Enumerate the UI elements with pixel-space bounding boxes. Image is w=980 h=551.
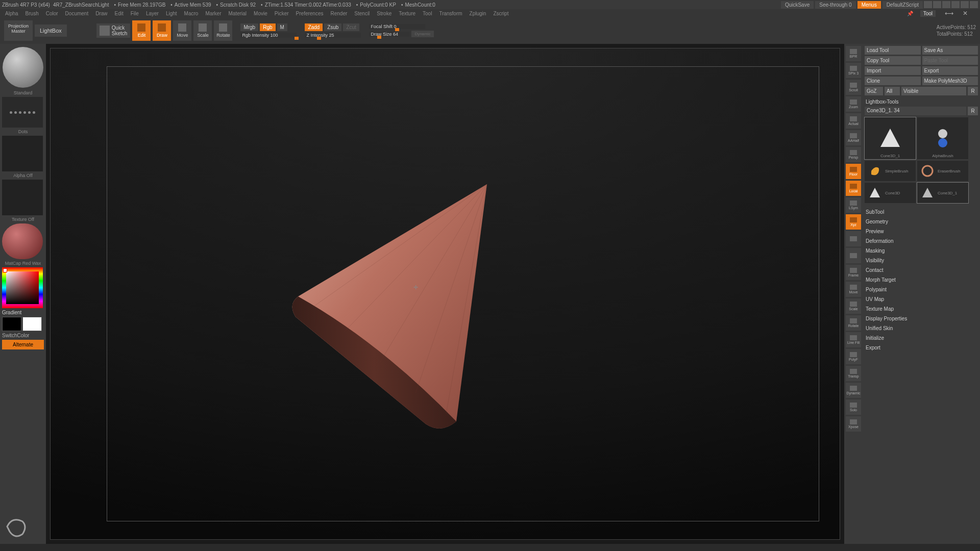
rt-local[interactable]: Local [846,181,861,196]
stroke-preview[interactable] [2,97,43,128]
menu-color[interactable]: Color [46,11,58,16]
viewport[interactable]: ✛ [50,48,840,540]
lightbox-tools-link[interactable]: Lightbox›Tools [865,97,978,107]
menu-picker[interactable]: Picker [275,11,289,16]
texture-preview[interactable] [2,180,43,215]
lightbox-button[interactable]: LightBox [35,24,67,37]
tool-cone3d-1[interactable]: Cone3D_1 [865,117,916,159]
m-chip[interactable]: M [277,23,287,31]
focal-shift-slider[interactable]: Focal Shift 0 [369,24,425,29]
tool-eraserbrush[interactable]: EraserBrush [917,161,968,181]
menu-file[interactable]: File [131,11,139,16]
rt-xyz[interactable]: Xyz [846,214,861,230]
section-subtool[interactable]: SubTool [865,207,978,217]
rt-aahalf[interactable]: AAHalf [846,130,861,145]
zcut-chip[interactable]: Zcut [343,23,359,31]
rt-dynamic[interactable]: Dynamic [846,383,861,398]
menu-zplugin[interactable]: Zplugin [470,11,486,16]
tool-r-button[interactable]: R [968,107,978,115]
rgb-intensity-slider[interactable]: Rgb Intensity 100 [240,33,297,38]
menu-brush[interactable]: Brush [26,11,39,16]
menu-document[interactable]: Document [65,11,89,16]
goz-all-button[interactable]: All [885,87,900,95]
rt-scroll[interactable]: Scroll [846,80,861,95]
rotate-mode[interactable]: Rotate [214,20,232,41]
menu-draw[interactable]: Draw [95,11,107,16]
rt-frame[interactable]: Frame [846,265,861,280]
zsub-chip[interactable]: Zsub [324,23,341,31]
alpha-preview[interactable] [2,136,43,171]
draw-size-slider[interactable]: Draw Size 64 [369,32,410,37]
menu-preferences[interactable]: Preferences [296,11,324,16]
move-mode[interactable]: Move [173,20,191,41]
menu-movie[interactable]: Movie [254,11,267,16]
import-button[interactable]: Import [865,66,921,75]
projection-master-button[interactable]: Projection Master [4,20,33,41]
section-preview[interactable]: Preview [865,227,978,236]
copy-tool-button[interactable]: Copy Tool [865,56,921,65]
goz-button[interactable]: GoZ [865,87,883,95]
menu-render[interactable]: Render [331,11,348,16]
title-icon-3[interactable] [942,1,950,8]
dynamic-chip[interactable]: Dynamic [411,31,433,37]
tool-alphabrush[interactable]: AlphaBrush [917,117,968,159]
section-visibility[interactable]: Visibility [865,256,978,265]
rt-actual[interactable]: Actual [846,113,861,129]
menus-button[interactable]: Menus [857,1,881,9]
section-deformation[interactable]: Deformation [865,236,978,246]
load-tool-button[interactable]: Load Tool [865,46,921,55]
color-picker[interactable] [2,267,43,308]
rt-zoom[interactable]: Zoom [846,96,861,112]
default-script[interactable]: DefaultZScript [883,1,923,9]
switchcolor-button[interactable]: SwitchColor [2,333,44,338]
quicksave-button[interactable]: QuickSave [781,1,814,9]
tool-cone3d[interactable]: Cone3D [865,183,916,203]
rt-blank[interactable] [846,231,861,246]
rt-polyf[interactable]: PolyF [846,349,861,364]
menu-macro[interactable]: Macro [184,11,199,16]
swatch-primary[interactable] [22,317,42,331]
menu-stencil[interactable]: Stencil [354,11,370,16]
paste-tool-button[interactable]: Paste Tool [922,56,978,65]
goz-r-button[interactable]: R [968,87,978,95]
z-intensity-slider[interactable]: Z Intensity 25 [305,33,361,38]
section-unified-skin[interactable]: Unified Skin [865,323,978,333]
rt-move[interactable]: Move [846,282,861,297]
section-polypaint[interactable]: Polypaint [865,285,978,294]
rt-bpr[interactable]: BPR [846,46,861,61]
minimize-icon[interactable] [951,1,960,8]
section-export[interactable]: Export [865,343,978,353]
tool-simplebrush[interactable]: SimpleBrush [865,161,916,181]
title-icon-2[interactable] [933,1,941,8]
menu-alpha[interactable]: Alpha [5,11,18,16]
tool-cone3d-1b[interactable]: Cone3D_1 [917,183,968,203]
rt-persp[interactable]: Persp [846,147,861,162]
goz-visible-button[interactable]: Visible [901,87,966,95]
pin-icon[interactable]: 📌 [907,11,913,16]
maximize-icon[interactable] [961,1,969,8]
menu-tool[interactable]: Tool [423,11,432,16]
draw-mode[interactable]: Draw [153,20,171,41]
section-initialize[interactable]: Initialize [865,333,978,343]
rt-blank[interactable] [846,248,861,263]
edit-mode[interactable]: Edit [132,20,151,41]
close-window-icon[interactable] [970,1,978,8]
rt-floor[interactable]: Floor [846,164,861,179]
section-contact[interactable]: Contact [865,265,978,275]
section-texture-map[interactable]: Texture Map [865,304,978,314]
section-morph-target[interactable]: Morph Target [865,275,978,285]
alternate-button[interactable]: Alternate [2,340,44,349]
rt-spix-3[interactable]: SPix 3 [846,63,861,78]
rt-solo[interactable]: Solo [846,399,861,415]
rt-scale[interactable]: Scale [846,298,861,314]
export-button[interactable]: Export [922,66,978,75]
menu-layer[interactable]: Layer [146,11,159,16]
zadd-chip[interactable]: Zadd [305,23,323,31]
title-icon-1[interactable] [924,1,932,8]
section-geometry[interactable]: Geometry [865,217,978,227]
rt-lsym[interactable]: LSym [846,197,861,213]
rt-line-fill[interactable]: Line Fill [846,332,861,347]
panel-title[interactable]: Tool [920,10,936,17]
make-polymesh-button[interactable]: Make PolyMesh3D [922,77,978,85]
section-uv-map[interactable]: UV Map [865,294,978,304]
